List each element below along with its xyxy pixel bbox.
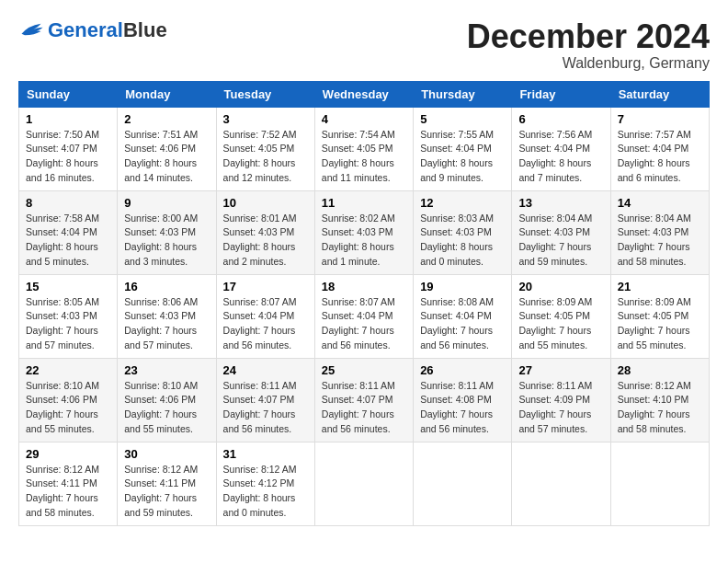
calendar-cell: 18 Sunrise: 8:07 AM Sunset: 4:04 PM Dayl… — [314, 274, 413, 358]
calendar-cell: 2 Sunrise: 7:51 AM Sunset: 4:06 PM Dayli… — [118, 107, 216, 190]
day-number: 11 — [322, 196, 406, 210]
day-number: 6 — [518, 112, 603, 126]
calendar-cell — [314, 442, 413, 525]
calendar-cell: 14 Sunrise: 8:04 AM Sunset: 4:03 PM Dayl… — [610, 190, 709, 274]
day-info: Sunrise: 7:58 AM Sunset: 4:04 PM Dayligh… — [26, 212, 110, 270]
col-header-thursday: Thursday — [414, 81, 512, 107]
col-header-saturday: Saturday — [610, 81, 709, 107]
day-info: Sunrise: 8:03 AM Sunset: 4:03 PM Dayligh… — [420, 212, 505, 270]
calendar-cell: 27 Sunrise: 8:11 AM Sunset: 4:09 PM Dayl… — [512, 358, 610, 442]
day-info: Sunrise: 7:52 AM Sunset: 4:05 PM Dayligh… — [223, 128, 308, 186]
calendar-cell: 11 Sunrise: 8:02 AM Sunset: 4:03 PM Dayl… — [314, 190, 413, 274]
day-number: 1 — [26, 112, 110, 126]
calendar-cell: 12 Sunrise: 8:03 AM Sunset: 4:03 PM Dayl… — [414, 190, 512, 274]
col-header-monday: Monday — [118, 81, 216, 107]
day-info: Sunrise: 7:57 AM Sunset: 4:04 PM Dayligh… — [618, 128, 702, 186]
day-number: 18 — [322, 280, 406, 293]
calendar-week-row: 1 Sunrise: 7:50 AM Sunset: 4:07 PM Dayli… — [19, 107, 710, 190]
col-header-tuesday: Tuesday — [216, 81, 314, 107]
calendar-cell: 20 Sunrise: 8:09 AM Sunset: 4:05 PM Dayl… — [512, 274, 610, 358]
page-header: GeneralBlue December 2024 Waldenburg, Ge… — [18, 18, 710, 72]
day-number: 31 — [223, 447, 308, 461]
day-number: 16 — [124, 280, 209, 293]
day-info: Sunrise: 7:50 AM Sunset: 4:07 PM Dayligh… — [26, 128, 110, 186]
day-number: 22 — [26, 363, 110, 377]
calendar-week-row: 29 Sunrise: 8:12 AM Sunset: 4:11 PM Dayl… — [19, 442, 710, 525]
day-info: Sunrise: 8:12 AM Sunset: 4:12 PM Dayligh… — [223, 463, 308, 521]
day-info: Sunrise: 7:54 AM Sunset: 4:05 PM Dayligh… — [322, 128, 406, 186]
calendar-cell: 26 Sunrise: 8:11 AM Sunset: 4:08 PM Dayl… — [414, 358, 512, 442]
calendar-cell: 8 Sunrise: 7:58 AM Sunset: 4:04 PM Dayli… — [19, 190, 118, 274]
day-number: 3 — [223, 112, 308, 126]
col-header-sunday: Sunday — [19, 81, 118, 107]
day-number: 10 — [223, 196, 308, 210]
day-number: 24 — [223, 363, 308, 377]
day-number: 28 — [618, 363, 702, 377]
day-number: 27 — [518, 363, 603, 377]
calendar-cell: 23 Sunrise: 8:10 AM Sunset: 4:06 PM Dayl… — [118, 358, 216, 442]
day-number: 13 — [518, 196, 603, 210]
calendar-table: SundayMondayTuesdayWednesdayThursdayFrid… — [18, 81, 710, 526]
calendar-cell: 28 Sunrise: 8:12 AM Sunset: 4:10 PM Dayl… — [610, 358, 709, 442]
day-info: Sunrise: 8:11 AM Sunset: 4:07 PM Dayligh… — [223, 379, 308, 437]
calendar-cell: 1 Sunrise: 7:50 AM Sunset: 4:07 PM Dayli… — [19, 107, 118, 190]
logo-text: GeneralBlue — [48, 18, 167, 42]
day-info: Sunrise: 8:12 AM Sunset: 4:11 PM Dayligh… — [26, 463, 110, 521]
day-number: 23 — [124, 363, 209, 377]
day-info: Sunrise: 8:01 AM Sunset: 4:03 PM Dayligh… — [223, 212, 308, 270]
day-info: Sunrise: 8:09 AM Sunset: 4:05 PM Dayligh… — [618, 295, 702, 353]
calendar-week-row: 15 Sunrise: 8:05 AM Sunset: 4:03 PM Dayl… — [19, 274, 710, 358]
day-number: 9 — [124, 196, 209, 210]
day-info: Sunrise: 7:55 AM Sunset: 4:04 PM Dayligh… — [420, 128, 505, 186]
day-info: Sunrise: 8:02 AM Sunset: 4:03 PM Dayligh… — [322, 212, 406, 270]
day-info: Sunrise: 8:10 AM Sunset: 4:06 PM Dayligh… — [26, 379, 110, 437]
day-number: 4 — [322, 112, 406, 126]
day-info: Sunrise: 8:11 AM Sunset: 4:08 PM Dayligh… — [420, 379, 505, 437]
day-number: 29 — [26, 447, 110, 461]
col-header-wednesday: Wednesday — [314, 81, 413, 107]
calendar-cell: 22 Sunrise: 8:10 AM Sunset: 4:06 PM Dayl… — [19, 358, 118, 442]
day-number: 25 — [322, 363, 406, 377]
day-info: Sunrise: 8:09 AM Sunset: 4:05 PM Dayligh… — [518, 295, 603, 353]
calendar-week-row: 22 Sunrise: 8:10 AM Sunset: 4:06 PM Dayl… — [19, 358, 710, 442]
day-info: Sunrise: 8:04 AM Sunset: 4:03 PM Dayligh… — [518, 212, 603, 270]
day-number: 15 — [26, 280, 110, 293]
calendar-cell: 24 Sunrise: 8:11 AM Sunset: 4:07 PM Dayl… — [216, 358, 314, 442]
day-number: 17 — [223, 280, 308, 293]
calendar-cell: 31 Sunrise: 8:12 AM Sunset: 4:12 PM Dayl… — [216, 442, 314, 525]
day-number: 7 — [618, 112, 702, 126]
location: Waldenburg, Germany — [467, 55, 710, 72]
calendar-cell: 5 Sunrise: 7:55 AM Sunset: 4:04 PM Dayli… — [414, 107, 512, 190]
day-info: Sunrise: 8:12 AM Sunset: 4:11 PM Dayligh… — [124, 463, 209, 521]
calendar-cell: 9 Sunrise: 8:00 AM Sunset: 4:03 PM Dayli… — [118, 190, 216, 274]
day-info: Sunrise: 8:11 AM Sunset: 4:09 PM Dayligh… — [518, 379, 603, 437]
day-number: 2 — [124, 112, 209, 126]
day-info: Sunrise: 8:07 AM Sunset: 4:04 PM Dayligh… — [322, 295, 406, 353]
month-title: December 2024 — [467, 18, 710, 55]
day-number: 21 — [618, 280, 702, 293]
day-number: 30 — [124, 447, 209, 461]
calendar-header-row: SundayMondayTuesdayWednesdayThursdayFrid… — [19, 81, 710, 107]
day-number: 8 — [26, 196, 110, 210]
calendar-cell: 13 Sunrise: 8:04 AM Sunset: 4:03 PM Dayl… — [512, 190, 610, 274]
day-info: Sunrise: 8:08 AM Sunset: 4:04 PM Dayligh… — [420, 295, 505, 353]
title-block: December 2024 Waldenburg, Germany — [467, 18, 710, 72]
calendar-cell: 16 Sunrise: 8:06 AM Sunset: 4:03 PM Dayl… — [118, 274, 216, 358]
calendar-cell: 15 Sunrise: 8:05 AM Sunset: 4:03 PM Dayl… — [19, 274, 118, 358]
day-info: Sunrise: 8:00 AM Sunset: 4:03 PM Dayligh… — [124, 212, 209, 270]
calendar-cell: 3 Sunrise: 7:52 AM Sunset: 4:05 PM Dayli… — [216, 107, 314, 190]
calendar-cell — [414, 442, 512, 525]
calendar-cell: 17 Sunrise: 8:07 AM Sunset: 4:04 PM Dayl… — [216, 274, 314, 358]
calendar-cell: 19 Sunrise: 8:08 AM Sunset: 4:04 PM Dayl… — [414, 274, 512, 358]
day-info: Sunrise: 8:10 AM Sunset: 4:06 PM Dayligh… — [124, 379, 209, 437]
day-info: Sunrise: 8:11 AM Sunset: 4:07 PM Dayligh… — [322, 379, 406, 437]
day-info: Sunrise: 8:07 AM Sunset: 4:04 PM Dayligh… — [223, 295, 308, 353]
day-number: 19 — [420, 280, 505, 293]
day-number: 12 — [420, 196, 505, 210]
col-header-friday: Friday — [512, 81, 610, 107]
day-info: Sunrise: 7:56 AM Sunset: 4:04 PM Dayligh… — [518, 128, 603, 186]
day-info: Sunrise: 7:51 AM Sunset: 4:06 PM Dayligh… — [124, 128, 209, 186]
calendar-cell — [512, 442, 610, 525]
day-info: Sunrise: 8:12 AM Sunset: 4:10 PM Dayligh… — [618, 379, 702, 437]
day-number: 20 — [518, 280, 603, 293]
